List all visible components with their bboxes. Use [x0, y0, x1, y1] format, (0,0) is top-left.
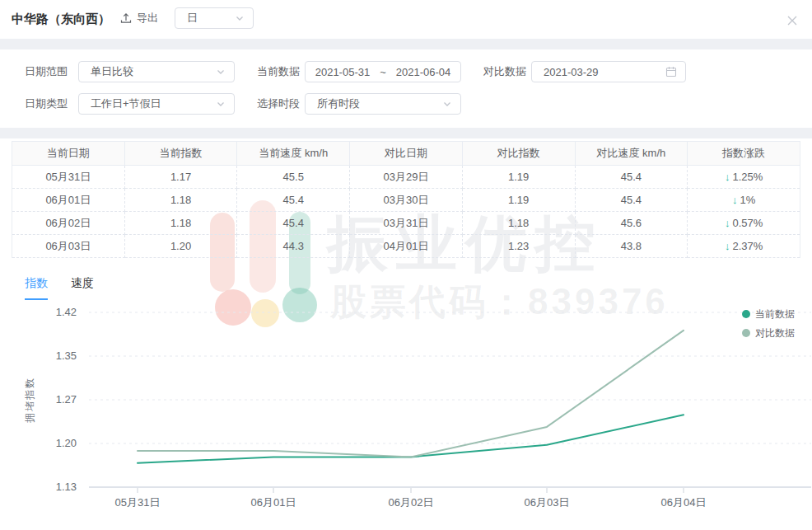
current-range-separator: ~ — [380, 66, 386, 78]
table-cell: 05月31日 — [12, 166, 125, 189]
table-cell: 1.18 — [124, 189, 237, 212]
date-range-label: 日期范围 — [25, 61, 68, 82]
current-range-start: 2021-05-31 — [315, 66, 371, 78]
table-cell: 1.23 — [462, 235, 575, 258]
current-data-range-picker[interactable]: 2021-05-31 ~ 2021-06-04 — [305, 61, 461, 82]
x-axis-tick-label: 06月03日 — [525, 496, 570, 509]
date-range-select[interactable]: 单日比较 — [78, 61, 235, 82]
date-type-select[interactable]: 工作日+节假日 — [78, 93, 235, 115]
y-axis-tick-label: 1.27 — [56, 393, 77, 406]
table-column-header: 对比指数 — [462, 142, 575, 166]
table-row: 05月31日1.1745.503月29日1.1945.4↓1.25% — [12, 166, 800, 189]
time-period-value: 所有时段 — [317, 96, 442, 111]
table-column-header: 对比速度 km/h — [575, 142, 688, 166]
y-axis-tick-label: 1.35 — [56, 349, 77, 362]
table-cell: 43.8 — [575, 235, 688, 258]
series-line-对比数据 — [138, 331, 684, 457]
table-body: 05月31日1.1745.503月29日1.1945.4↓1.25%06月01日… — [12, 166, 800, 258]
x-axis-tick-label: 06月04日 — [661, 496, 707, 509]
table-header: 当前日期当前指数当前速度 km/h对比日期对比指数对比速度 km/h指数涨跌 — [12, 142, 800, 166]
x-axis-tick-label: 05月31日 — [115, 496, 161, 509]
y-axis-name: 拥堵指数 — [24, 377, 35, 423]
index-change-cell: ↓0.57% — [688, 212, 800, 235]
table-column-header: 指数涨跌 — [688, 142, 800, 166]
line-chart: 1.131.201.271.351.4205月31日06月01日06月02日06… — [0, 303, 812, 530]
arrow-down-icon: ↓ — [725, 240, 730, 252]
table-row: 06月03日1.2044.304月01日1.2343.8↓2.37% — [12, 235, 800, 258]
y-axis-tick-label: 1.42 — [56, 306, 77, 318]
table-cell: 45.5 — [237, 166, 350, 189]
table-cell: 1.19 — [462, 166, 575, 189]
table-cell: 45.4 — [575, 189, 688, 212]
table-cell: 1.18 — [462, 212, 575, 235]
table-cell: 06月01日 — [12, 189, 125, 212]
table-cell: 45.4 — [575, 166, 688, 189]
table-column-header: 当前速度 km/h — [237, 142, 350, 166]
filter-panel: 日期范围 单日比较 当前数据 2021-05-31 ~ 2021-06-04 对… — [0, 49, 812, 128]
export-icon — [120, 12, 132, 24]
calendar-icon — [665, 66, 677, 77]
legend-label: 当前数据 — [755, 308, 795, 320]
page-title: 中华路（东向西） — [12, 12, 110, 27]
table-cell: 1.20 — [124, 235, 237, 258]
date-type-value: 工作日+节假日 — [91, 96, 216, 111]
table-cell: 1.19 — [462, 189, 575, 212]
table-cell: 03月29日 — [350, 166, 463, 189]
legend-marker — [742, 329, 750, 337]
y-axis-tick-label: 1.13 — [56, 481, 77, 493]
table-column-header: 对比日期 — [350, 142, 463, 166]
table-cell: 06月02日 — [12, 212, 125, 235]
period-select[interactable]: 日 — [175, 7, 254, 29]
table-row: 06月02日1.1845.403月31日1.1845.6↓0.57% — [12, 212, 800, 235]
chevron-down-icon — [235, 13, 245, 23]
table-row: 06月01日1.1845.403月30日1.1945.4↓1% — [12, 189, 800, 212]
table-cell: 1.18 — [124, 212, 237, 235]
index-change-cell: ↓1.25% — [688, 166, 800, 189]
chart-tabs: 指数 速度 — [25, 276, 94, 300]
comparison-table: 当前日期当前指数当前速度 km/h对比日期对比指数对比速度 km/h指数涨跌 0… — [12, 141, 800, 258]
export-button[interactable]: 导出 — [120, 11, 158, 26]
chevron-down-icon — [216, 67, 226, 77]
table-cell: 04月01日 — [350, 235, 463, 258]
chevron-down-icon — [216, 99, 226, 109]
legend-marker — [742, 310, 750, 318]
compare-data-label: 对比数据 — [483, 61, 526, 82]
compare-data-picker[interactable]: 2021-03-29 — [531, 61, 686, 82]
table-column-header: 当前日期 — [12, 142, 125, 166]
x-axis-tick-label: 06月01日 — [251, 496, 296, 509]
table-cell: 45.4 — [237, 189, 350, 212]
content-panel: 振业优控 股票代码：839376 当前日期当前指数当前速度 km/h对比日期对比… — [0, 138, 812, 530]
date-range-value: 单日比较 — [91, 64, 216, 79]
legend-label: 对比数据 — [755, 327, 795, 339]
table-cell: 45.4 — [237, 212, 350, 235]
table-column-header: 当前指数 — [124, 142, 237, 166]
arrow-down-icon: ↓ — [725, 171, 730, 183]
time-period-select[interactable]: 所有时段 — [305, 93, 461, 115]
date-type-label: 日期类型 — [25, 93, 68, 115]
index-change-cell: ↓1% — [688, 189, 800, 212]
tab-index[interactable]: 指数 — [25, 276, 48, 300]
table-cell: 06月03日 — [12, 235, 125, 258]
tab-speed[interactable]: 速度 — [71, 276, 94, 300]
arrow-down-icon: ↓ — [732, 194, 738, 206]
close-icon[interactable] — [786, 14, 799, 27]
table-cell: 03月30日 — [350, 189, 463, 212]
x-axis-tick-label: 06月02日 — [389, 496, 434, 509]
current-range-end: 2021-06-04 — [396, 66, 451, 78]
top-header: 中华路（东向西） 导出 日 — [0, 0, 812, 39]
arrow-down-icon: ↓ — [725, 217, 730, 229]
current-data-label: 当前数据 — [257, 61, 300, 82]
table-cell: 44.3 — [237, 235, 350, 258]
table-cell: 03月31日 — [350, 212, 463, 235]
export-label: 导出 — [137, 11, 158, 26]
table-cell: 1.17 — [124, 166, 237, 189]
time-period-label: 选择时段 — [257, 93, 300, 115]
y-axis-tick-label: 1.20 — [56, 437, 77, 449]
series-line-当前数据 — [138, 415, 684, 463]
period-select-value: 日 — [187, 11, 235, 26]
index-change-cell: ↓2.37% — [688, 235, 800, 258]
chevron-down-icon — [442, 99, 452, 109]
table-cell: 45.6 — [575, 212, 688, 235]
compare-date-value: 2021-03-29 — [544, 66, 665, 78]
